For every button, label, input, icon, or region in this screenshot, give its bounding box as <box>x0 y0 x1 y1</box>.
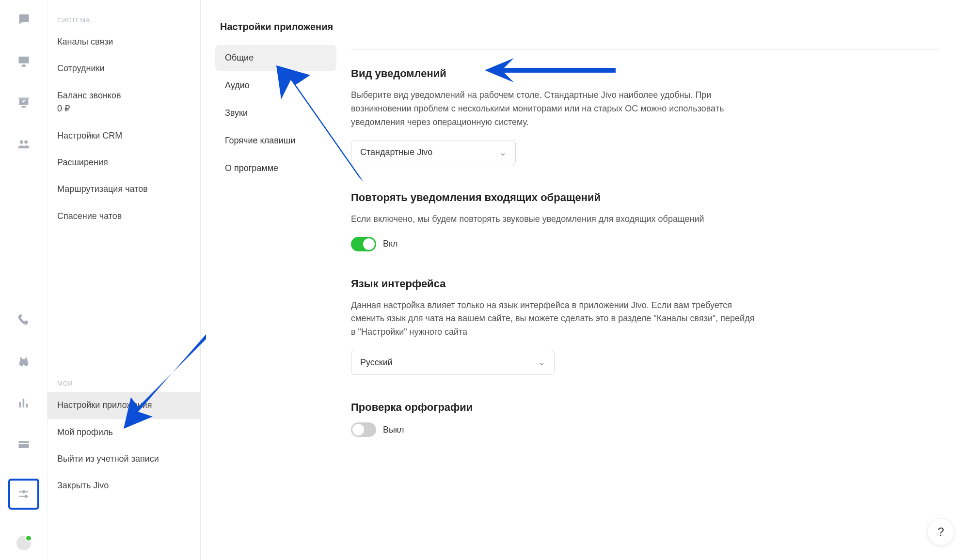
repeat-toggle-label: Вкл <box>383 239 398 249</box>
chevron-down-icon: ⌄ <box>499 147 507 158</box>
sidebar-item-close[interactable]: Закрыть Jivo <box>48 472 200 499</box>
sidebar-item-extensions[interactable]: Расширения <box>48 149 200 176</box>
icon-rail <box>0 0 48 560</box>
spellcheck-title: Проверка орфографии <box>351 401 758 414</box>
sidebar-item-employees[interactable]: Сотрудники <box>48 55 200 82</box>
sidebar-section-my: МОИ <box>48 375 200 392</box>
chat-icon[interactable] <box>16 12 32 27</box>
repeat-toggle[interactable] <box>351 237 376 251</box>
language-title: Язык интерфейса <box>351 278 758 290</box>
stats-icon[interactable] <box>16 395 32 411</box>
sidebar-item-crm[interactable]: Настройки CRM <box>48 123 200 149</box>
sidebar-item-app-settings[interactable]: Настройки приложения <box>48 392 200 419</box>
notifications-select[interactable]: Стандартные Jivo ⌄ <box>351 140 516 165</box>
sidebar-section-system: СИСТЕМА <box>48 12 200 29</box>
monitor-icon[interactable] <box>16 53 32 69</box>
phone-icon[interactable] <box>16 312 32 327</box>
section-language: Язык интерфейса Данная настройка влияет … <box>351 278 758 375</box>
section-repeat: Повторять уведомления входящих обращений… <box>351 191 758 251</box>
section-notifications: Вид уведомлений Выберите вид уведомлений… <box>351 67 758 165</box>
tab-about[interactable]: О программе <box>215 156 336 181</box>
chevron-down-icon: ⌄ <box>538 357 545 368</box>
settings-icon[interactable] <box>8 479 39 510</box>
content: Вид уведомлений Выберите вид уведомлений… <box>336 0 969 560</box>
section-spellcheck: Проверка орфографии Выкл <box>351 401 758 437</box>
tab-audio[interactable]: Аудио <box>215 73 336 98</box>
spellcheck-toggle[interactable] <box>351 422 376 437</box>
sidebar: СИСТЕМА Каналы связи Сотрудники Баланс з… <box>48 0 201 560</box>
notifications-desc: Выберите вид уведомлений на рабочем стол… <box>351 89 758 129</box>
sidebar-item-routing[interactable]: Маршрутизация чатов <box>48 176 200 202</box>
sidebar-item-channels[interactable]: Каналы связи <box>48 29 200 55</box>
presentation-icon[interactable] <box>16 95 32 110</box>
binoculars-icon[interactable] <box>16 354 32 369</box>
help-button[interactable]: ? <box>927 518 954 545</box>
language-desc: Данная настройка влияет только на язык и… <box>351 299 758 340</box>
sidebar-item-balance[interactable]: Баланс звонков 0 ₽ <box>48 82 200 123</box>
tab-hotkeys[interactable]: Горячие клавиши <box>215 128 336 154</box>
people-icon[interactable] <box>16 137 32 152</box>
notifications-title: Вид уведомлений <box>351 67 758 80</box>
repeat-desc: Если включено, мы будем повторять звуков… <box>351 213 758 226</box>
sidebar-item-logout[interactable]: Выйти из учетной записи <box>48 446 200 472</box>
language-select[interactable]: Русский ⌄ <box>351 350 555 375</box>
page-title: Настройки приложения <box>215 0 336 45</box>
tab-general[interactable]: Общие <box>215 45 336 71</box>
repeat-title: Повторять уведомления входящих обращений <box>351 191 758 204</box>
spellcheck-toggle-label: Выкл <box>383 425 404 435</box>
sidebar-item-rescue[interactable]: Спасение чатов <box>48 203 200 230</box>
sidebar-item-profile[interactable]: Мой профиль <box>48 419 200 446</box>
tab-sounds[interactable]: Звуки <box>215 100 336 126</box>
card-icon[interactable] <box>16 437 32 452</box>
avatar[interactable] <box>16 536 31 550</box>
